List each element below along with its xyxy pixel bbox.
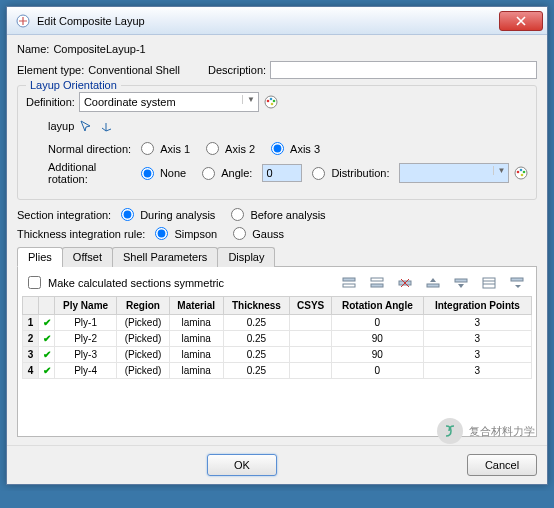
symmetric-checkbox[interactable] [28, 276, 41, 289]
tab-shell-parameters[interactable]: Shell Parameters [112, 247, 218, 267]
cancel-button[interactable]: Cancel [467, 454, 537, 476]
delete-row-icon[interactable] [394, 274, 416, 292]
table-row[interactable]: 1✔Ply-1(Picked)lamina0.2503 [23, 315, 532, 331]
csys-axes-icon[interactable] [98, 118, 114, 134]
plies-toolbar [338, 274, 532, 292]
row-status-icon: ✔ [39, 347, 55, 363]
cell-rotation[interactable]: 90 [331, 331, 423, 347]
palette-icon[interactable] [263, 94, 279, 110]
cell-csys[interactable] [290, 315, 332, 331]
cell-region[interactable]: (Picked) [117, 331, 170, 347]
col-rotation: Rotation Angle [331, 297, 423, 315]
svg-rect-14 [371, 284, 383, 287]
table-row[interactable]: 2✔Ply-2(Picked)lamina0.25903 [23, 331, 532, 347]
definition-label: Definition: [26, 96, 75, 108]
svg-rect-13 [371, 278, 383, 281]
cell-plyname[interactable]: Ply-2 [55, 331, 117, 347]
cell-thickness[interactable]: 0.25 [223, 363, 290, 379]
cell-material[interactable]: lamina [169, 363, 223, 379]
gauss-radio[interactable] [233, 227, 246, 240]
col-idx [23, 297, 39, 315]
before-analysis-label: Before analysis [250, 209, 325, 221]
ok-button[interactable]: OK [207, 454, 277, 476]
name-value: CompositeLayup-1 [53, 43, 145, 55]
svg-rect-18 [483, 278, 495, 288]
cell-rotation[interactable]: 0 [331, 363, 423, 379]
before-analysis-radio[interactable] [231, 208, 244, 221]
angle-radio[interactable] [202, 167, 215, 180]
cell-intpts[interactable]: 3 [423, 363, 531, 379]
svg-point-9 [522, 171, 525, 174]
cell-material[interactable]: lamina [169, 331, 223, 347]
simpson-radio[interactable] [155, 227, 168, 240]
tab-display[interactable]: Display [217, 247, 275, 267]
cell-region[interactable]: (Picked) [117, 347, 170, 363]
none-radio[interactable] [141, 167, 154, 180]
pattern-icon[interactable] [478, 274, 500, 292]
cell-region[interactable]: (Picked) [117, 363, 170, 379]
insert-after-icon[interactable] [366, 274, 388, 292]
definition-select[interactable]: Coordinate system [79, 92, 259, 112]
cell-rotation[interactable]: 0 [331, 315, 423, 331]
svg-point-3 [270, 98, 273, 101]
cell-intpts[interactable]: 3 [423, 331, 531, 347]
col-plyname: Ply Name [55, 297, 117, 315]
simpson-label: Simpson [174, 228, 217, 240]
cell-csys[interactable] [290, 363, 332, 379]
symmetric-label: Make calculated sections symmetric [48, 277, 224, 289]
move-up-icon[interactable] [422, 274, 444, 292]
cell-region[interactable]: (Picked) [117, 315, 170, 331]
symmetric-row[interactable]: Make calculated sections symmetric [24, 273, 224, 292]
cell-plyname[interactable]: Ply-1 [55, 315, 117, 331]
cell-material[interactable]: lamina [169, 315, 223, 331]
layup-orientation-legend: Layup Orientation [26, 79, 121, 91]
insert-before-icon[interactable] [338, 274, 360, 292]
cell-thickness[interactable]: 0.25 [223, 347, 290, 363]
distribution-select[interactable] [399, 163, 509, 183]
cell-intpts[interactable]: 3 [423, 315, 531, 331]
dialog-content: Name: CompositeLayup-1 Element type: Con… [7, 35, 547, 445]
none-label: None [160, 167, 186, 179]
close-button[interactable] [499, 11, 543, 31]
row-index: 2 [23, 331, 39, 347]
distribution-radio[interactable] [312, 167, 325, 180]
svg-point-10 [520, 174, 523, 177]
elemtype-label: Element type: [17, 64, 84, 76]
axis2-label: Axis 2 [225, 143, 255, 155]
cell-csys[interactable] [290, 347, 332, 363]
thickness-rule-label: Thickness integration rule: [17, 228, 145, 240]
layup-label: layup [48, 120, 74, 132]
tab-offset[interactable]: Offset [62, 247, 113, 267]
axis2-radio[interactable] [206, 142, 219, 155]
table-row[interactable]: 3✔Ply-3(Picked)lamina0.25903 [23, 347, 532, 363]
cell-thickness[interactable]: 0.25 [223, 331, 290, 347]
axis3-radio[interactable] [271, 142, 284, 155]
move-down-icon[interactable] [450, 274, 472, 292]
row-index: 1 [23, 315, 39, 331]
axis1-radio[interactable] [141, 142, 154, 155]
col-status [39, 297, 55, 315]
angle-input[interactable] [262, 164, 302, 182]
table-row[interactable]: 4✔Ply-4(Picked)lamina0.2503 [23, 363, 532, 379]
col-material: Material [169, 297, 223, 315]
cell-plyname[interactable]: Ply-3 [55, 347, 117, 363]
description-input[interactable] [270, 61, 537, 79]
cell-plyname[interactable]: Ply-4 [55, 363, 117, 379]
svg-rect-11 [343, 278, 355, 281]
title-bar[interactable]: Edit Composite Layup [7, 7, 547, 35]
layup-orientation-group: Layup Orientation Definition: Coordinate… [17, 85, 537, 200]
cell-material[interactable]: lamina [169, 347, 223, 363]
arrow-pick-icon[interactable] [78, 118, 94, 134]
cell-rotation[interactable]: 90 [331, 347, 423, 363]
tab-strip: Plies Offset Shell Parameters Display [17, 246, 537, 267]
tab-plies[interactable]: Plies [17, 247, 63, 267]
read-file-icon[interactable] [506, 274, 528, 292]
dialog-window: Edit Composite Layup Name: CompositeLayu… [6, 6, 548, 485]
cell-intpts[interactable]: 3 [423, 347, 531, 363]
palette-icon-2[interactable] [513, 165, 528, 181]
svg-rect-12 [343, 284, 355, 287]
cell-csys[interactable] [290, 331, 332, 347]
cell-thickness[interactable]: 0.25 [223, 315, 290, 331]
dialog-footer: OK Cancel [7, 445, 547, 484]
during-analysis-radio[interactable] [121, 208, 134, 221]
